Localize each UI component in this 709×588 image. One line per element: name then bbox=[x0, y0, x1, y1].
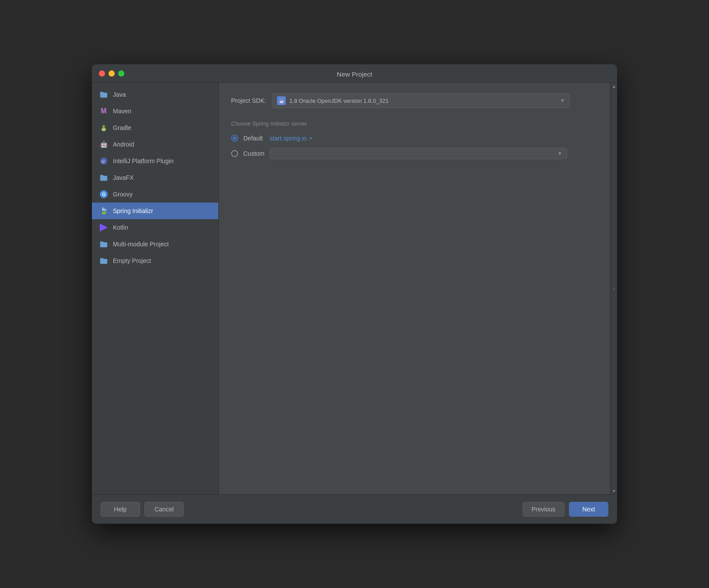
help-button[interactable]: Help bbox=[101, 502, 140, 517]
sidebar-item-label: JavaFX bbox=[113, 174, 133, 181]
svg-point-1 bbox=[102, 125, 105, 128]
sidebar-item-empty[interactable]: Empty Project bbox=[92, 252, 218, 269]
sidebar-item-java[interactable]: Java bbox=[92, 86, 218, 103]
server-radio-group: Default start.spring.io Custom ▼ bbox=[231, 135, 598, 159]
sdk-dropdown-left: ☕ 1.8 Oracle OpenJDK version 1.8.0_321 bbox=[277, 96, 389, 105]
scrollbar-down-arrow[interactable]: ▼ bbox=[611, 487, 617, 494]
svg-text:IJ: IJ bbox=[102, 159, 105, 164]
spring-icon: 🍃 bbox=[99, 206, 109, 216]
sidebar-item-label: Groovy bbox=[113, 191, 133, 198]
sidebar-item-android[interactable]: 🤖 Android bbox=[92, 136, 218, 153]
maximize-button[interactable] bbox=[118, 70, 124, 77]
default-radio-button[interactable] bbox=[231, 135, 238, 142]
footer-right: Previous Next bbox=[523, 502, 608, 517]
sdk-dropdown[interactable]: ☕ 1.8 Oracle OpenJDK version 1.8.0_321 ▼ bbox=[272, 93, 570, 108]
sidebar-item-maven[interactable]: M Maven bbox=[92, 103, 218, 119]
kotlin-icon bbox=[99, 223, 109, 232]
minimize-button[interactable] bbox=[109, 70, 115, 77]
sidebar-item-intellij[interactable]: IJ IntelliJ Platform Plugin bbox=[92, 153, 218, 169]
sdk-label: Project SDK: bbox=[231, 97, 266, 104]
sidebar: Java M Maven Gradle 🤖 bbox=[92, 83, 219, 494]
empty-icon bbox=[99, 256, 109, 266]
dialog-body: Java M Maven Gradle 🤖 bbox=[92, 83, 617, 494]
android-icon: 🤖 bbox=[99, 140, 109, 149]
traffic-lights bbox=[99, 70, 124, 77]
svg-marker-6 bbox=[100, 224, 108, 231]
title-bar: New Project bbox=[92, 64, 617, 83]
sdk-java-icon: ☕ bbox=[277, 96, 286, 105]
svg-point-0 bbox=[102, 128, 106, 131]
groovy-icon: G bbox=[99, 189, 109, 199]
sidebar-item-label: Kotlin bbox=[113, 224, 128, 231]
sidebar-item-label: Java bbox=[113, 91, 126, 98]
maven-icon: M bbox=[99, 106, 109, 116]
sidebar-item-label: IntelliJ Platform Plugin bbox=[113, 158, 174, 164]
sidebar-item-label: Gradle bbox=[113, 124, 131, 131]
javafx-icon bbox=[99, 173, 109, 182]
cancel-button[interactable]: Cancel bbox=[144, 502, 184, 517]
custom-chevron-icon: ▼ bbox=[557, 150, 562, 157]
custom-radio-row: Custom ▼ bbox=[231, 148, 598, 159]
gradle-icon bbox=[99, 123, 109, 133]
custom-radio-button[interactable] bbox=[231, 150, 238, 157]
scrollbar-middle-arrow[interactable]: › bbox=[611, 286, 617, 291]
folder-icon bbox=[99, 90, 109, 99]
sidebar-item-label: Android bbox=[113, 141, 134, 148]
dialog-title: New Project bbox=[337, 70, 372, 78]
default-radio-label: Default bbox=[243, 135, 263, 142]
sidebar-item-multimodule[interactable]: Multi-module Project bbox=[92, 236, 218, 252]
scrollbar-up-arrow[interactable]: ▲ bbox=[611, 83, 617, 90]
sidebar-item-spring[interactable]: 🍃 Spring Initializr bbox=[92, 203, 218, 219]
footer-left: Help Cancel bbox=[101, 502, 184, 517]
right-scrollbar[interactable]: ▲ › ▼ bbox=[610, 83, 617, 494]
next-button[interactable]: Next bbox=[569, 502, 608, 517]
sidebar-item-kotlin[interactable]: Kotlin bbox=[92, 219, 218, 236]
custom-radio-label: Custom bbox=[243, 150, 264, 157]
sdk-value: 1.8 Oracle OpenJDK version 1.8.0_321 bbox=[289, 98, 389, 104]
section-title: Choose Spring Initializr server bbox=[231, 120, 598, 127]
sidebar-item-label: Empty Project bbox=[113, 257, 151, 264]
sidebar-item-label: Multi-module Project bbox=[113, 241, 169, 248]
previous-button[interactable]: Previous bbox=[523, 502, 565, 517]
sidebar-item-label: Maven bbox=[113, 108, 131, 115]
new-project-dialog: New Project Java M Maven bbox=[92, 64, 617, 524]
sdk-row: Project SDK: ☕ 1.8 Oracle OpenJDK versio… bbox=[231, 93, 598, 108]
svg-text:☕: ☕ bbox=[279, 98, 284, 104]
sidebar-item-groovy[interactable]: G Groovy bbox=[92, 186, 218, 203]
custom-url-dropdown[interactable]: ▼ bbox=[270, 148, 567, 159]
intellij-icon: IJ bbox=[99, 156, 109, 166]
multimodule-icon bbox=[99, 239, 109, 249]
default-radio-link[interactable]: start.spring.io bbox=[270, 135, 312, 142]
dialog-footer: Help Cancel Previous Next bbox=[92, 494, 617, 524]
sidebar-item-label: Spring Initializr bbox=[113, 207, 153, 214]
chevron-down-icon: ▼ bbox=[560, 98, 565, 104]
close-button[interactable] bbox=[99, 70, 105, 77]
sidebar-item-gradle[interactable]: Gradle bbox=[92, 119, 218, 136]
svg-text:G: G bbox=[102, 192, 106, 197]
content-panel: Project SDK: ☕ 1.8 Oracle OpenJDK versio… bbox=[219, 83, 610, 494]
default-radio-row: Default start.spring.io bbox=[231, 135, 598, 142]
sidebar-item-javafx[interactable]: JavaFX bbox=[92, 169, 218, 186]
